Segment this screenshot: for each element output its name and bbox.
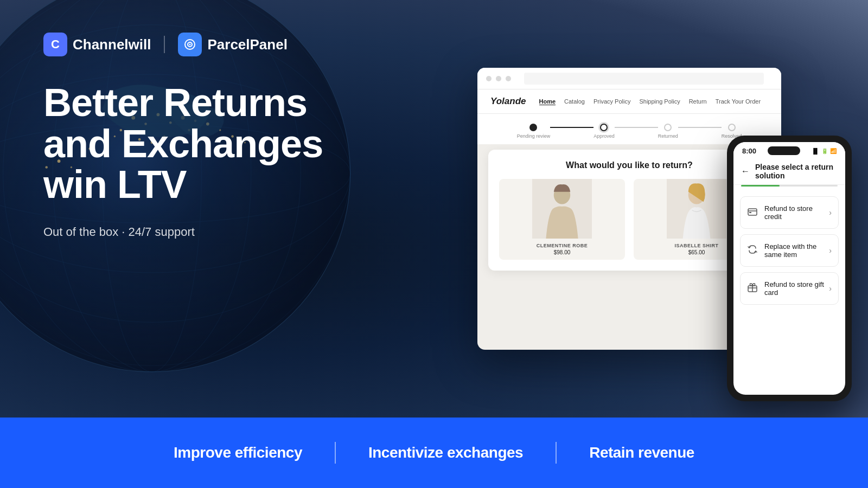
channelwill-name: Channelwill [73, 36, 151, 53]
product-figure-1 [499, 179, 625, 239]
channelwill-icon: C [43, 33, 67, 56]
product-price-1: $98.00 [503, 249, 621, 255]
product-grid: CLEMENTINE ROBE $98.00 [499, 179, 760, 260]
hero-left-content: C Channelwill ParcelPanel [0, 0, 412, 418]
footer-item-3: Retain revenue [589, 444, 694, 461]
chevron-icon-3: › [829, 284, 832, 293]
footer-item-2: Incentivize exchanges [368, 444, 523, 461]
phone-option-store-credit[interactable]: Refund to store credit › [740, 196, 839, 229]
chevron-icon-1: › [829, 208, 832, 217]
step-line-1 [550, 127, 593, 128]
dialog-title: What would you like to return? [499, 160, 760, 170]
hero-subtext: Out of the box · 24/7 support [43, 225, 369, 239]
browser-dot-yellow [496, 76, 501, 81]
brand-divider [164, 36, 165, 53]
step-circle-returned [664, 124, 672, 131]
phone-option-gift-card[interactable]: Refund to store gift card › [740, 272, 839, 305]
option-left-3: Refund to store gift card [747, 280, 829, 297]
step-circle-pending [529, 124, 537, 131]
parcelpanel-icon [178, 33, 202, 56]
nav-link-catalog[interactable]: Catalog [564, 98, 585, 105]
parcelpanel-brand: ParcelPanel [178, 33, 287, 56]
nav-link-home[interactable]: Home [539, 98, 556, 105]
store-brand: Yolande [490, 96, 526, 107]
product-name-1: CLEMENTINE ROBE [503, 243, 621, 248]
signal-icon: ▐▌ [812, 148, 819, 154]
product-info-1: CLEMENTINE ROBE $98.00 [499, 239, 625, 260]
step-label-returned: Returned [658, 133, 678, 139]
replace-icon [747, 244, 758, 257]
phone-options-list: Refund to store credit › [733, 192, 845, 314]
product-image-1 [499, 179, 625, 239]
footer-divider-2 [556, 442, 557, 464]
product-card-1[interactable]: CLEMENTINE ROBE $98.00 [499, 179, 625, 260]
phone-status-icons: ▐▌ 🔋 📶 [812, 148, 837, 154]
option-left-1: Refund to store credit [747, 204, 829, 221]
step-line-2 [615, 127, 658, 128]
phone-option-replace[interactable]: Replace with the same item › [740, 234, 839, 267]
chevron-icon-2: › [829, 246, 832, 255]
phone-time: 8:00 [742, 147, 756, 155]
nav-link-shipping[interactable]: Shipping Policy [639, 98, 680, 105]
svg-rect-37 [749, 212, 751, 213]
page-wrapper: C Channelwill ParcelPanel [0, 0, 868, 488]
store-credit-icon [747, 206, 758, 219]
browser-nav [477, 68, 781, 89]
back-arrow-icon[interactable]: ← [741, 166, 750, 176]
svg-point-31 [189, 44, 191, 46]
step-returned: Returned [658, 124, 678, 139]
nav-link-privacy[interactable]: Privacy Policy [593, 98, 630, 105]
store-nav-links: Home Catalog Privacy Policy Shipping Pol… [539, 98, 761, 105]
option-left-2: Replace with the same item [747, 242, 829, 259]
browser-dot-red [486, 76, 492, 81]
phone-screen-title: Please select a return solution [755, 163, 838, 180]
parcelpanel-name: ParcelPanel [207, 36, 287, 53]
step-circle-resolved [728, 124, 736, 131]
step-pending: Pending review [517, 124, 551, 139]
hero-section: C Channelwill ParcelPanel [0, 0, 868, 418]
footer-bar: Improve efficiency Incentivize exchanges… [0, 418, 868, 488]
hero-headline: Better Returns and Exchanges win LTV [43, 82, 369, 206]
footer-item-1: Improve efficiency [174, 444, 302, 461]
phone-status-bar: 8:00 ▐▌ 🔋 📶 [733, 142, 845, 157]
step-approved: Approved [593, 124, 615, 139]
channelwill-brand: C Channelwill [43, 33, 151, 56]
phone-mockup: 8:00 ▐▌ 🔋 📶 ← Please select a return sol… [727, 136, 852, 401]
svg-rect-36 [748, 209, 757, 215]
step-circle-approved [600, 124, 608, 131]
footer-divider-1 [335, 442, 336, 464]
nav-link-track[interactable]: Track Your Order [716, 98, 761, 105]
phone-progress-fill [741, 185, 780, 187]
option-text-1: Refund to store credit [764, 204, 829, 221]
gift-card-icon [747, 282, 758, 295]
step-label-approved: Approved [593, 133, 615, 139]
nav-link-return[interactable]: Return [689, 98, 707, 105]
phone-header: ← Please select a return solution [733, 157, 845, 185]
phone-screen: 8:00 ▐▌ 🔋 📶 ← Please select a return sol… [733, 142, 845, 395]
wifi-icon: 📶 [830, 148, 837, 154]
browser-dot-green [506, 76, 511, 81]
option-text-3: Refund to store gift card [764, 280, 829, 297]
battery-icon: 🔋 [821, 148, 828, 154]
brand-row: C Channelwill ParcelPanel [43, 33, 369, 56]
step-line-3 [678, 127, 722, 128]
browser-url-bar [524, 73, 764, 85]
hero-right-content: Yolande Home Catalog Privacy Policy Ship… [412, 0, 868, 418]
phone-progress-bar [741, 185, 838, 187]
phone-notch-pill [768, 146, 800, 155]
option-text-2: Replace with the same item [764, 242, 829, 259]
step-label-pending: Pending review [517, 133, 551, 139]
store-nav: Yolande Home Catalog Privacy Policy Ship… [477, 89, 781, 114]
